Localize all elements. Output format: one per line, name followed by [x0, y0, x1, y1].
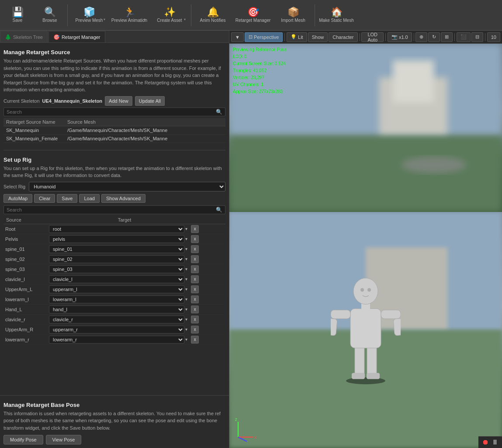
- remove-mapping-button[interactable]: x: [191, 326, 199, 333]
- modify-pose-button[interactable]: Modify Pose: [3, 435, 43, 445]
- axis-widget: x z: [234, 417, 260, 444]
- character-svg: [331, 245, 401, 385]
- record-button[interactable]: ⏺: [482, 438, 489, 446]
- target-select[interactable]: spine_01: [49, 245, 184, 253]
- pause-button[interactable]: ⏸: [492, 438, 499, 446]
- viewport-bottom[interactable]: x z ⏺ ⏸: [229, 212, 502, 448]
- remove-mapping-button[interactable]: x: [191, 306, 199, 313]
- tab-skeleton-tree[interactable]: 🌲 Skeleton Tree: [0, 31, 48, 42]
- target-select[interactable]: spine_03: [49, 265, 184, 273]
- vp-sep-6: [485, 33, 485, 41]
- show-advanced-button[interactable]: Show Advanced: [101, 194, 145, 203]
- preview-animation-button[interactable]: 🏃 Preview Animation: [110, 1, 149, 29]
- table-row[interactable]: SK_Mannequin/Game/Mannequin/Character/Me…: [3, 126, 225, 134]
- mapping-col-action: [217, 216, 225, 224]
- move-btn[interactable]: ⊕: [415, 32, 427, 42]
- svg-point-8: [346, 377, 385, 384]
- preview-mesh-button[interactable]: 🧊 Preview Mesh: [69, 1, 109, 29]
- target-cell: lowerarm_r ▾: [47, 334, 189, 344]
- dropdown-arrow: ▾: [185, 327, 187, 332]
- create-asset-button[interactable]: ✨ Create Asset: [150, 1, 189, 29]
- retarget-manager-icon: 🎯: [247, 7, 259, 17]
- clear-button[interactable]: Clear: [34, 194, 55, 203]
- svg-rect-11: [352, 373, 365, 379]
- save-button[interactable]: 💾 Save: [2, 1, 33, 29]
- remove-mapping-button[interactable]: x: [191, 285, 199, 293]
- target-select[interactable]: upperarm_l: [49, 285, 184, 293]
- target-select[interactable]: hand_l: [49, 306, 184, 313]
- remove-mapping-button[interactable]: x: [191, 235, 199, 243]
- target-cell: spine_01 ▾: [47, 244, 189, 254]
- tab-retarget-manager[interactable]: 🎯 Retarget Manager: [48, 31, 105, 42]
- svg-line-26: [238, 437, 247, 441]
- view-pose-button[interactable]: View Pose: [46, 435, 82, 445]
- target-select[interactable]: pelvis: [49, 235, 184, 243]
- automap-button[interactable]: AutoMap: [3, 194, 32, 203]
- mapping-search-input[interactable]: [7, 207, 216, 212]
- grid-btn[interactable]: 10: [487, 32, 500, 42]
- mapping-scroll-area[interactable]: Root root ▾ x Pelvis pelvis ▾: [3, 224, 225, 345]
- remove-mapping-button[interactable]: x: [191, 295, 199, 303]
- mapping-row: UpperArm_R upperarm_r ▾ x: [3, 324, 225, 334]
- remove-mapping-button[interactable]: x: [191, 275, 199, 283]
- import-mesh-button[interactable]: 📦 Import Mesh: [274, 1, 313, 29]
- remove-cell: x: [189, 294, 225, 304]
- table-row[interactable]: SK_Mannequin_Female/Game/Mannequin/Chara…: [3, 134, 225, 142]
- dropdown-arrow: ▾: [185, 247, 187, 251]
- zoom-btn[interactable]: 📷 x1.0: [388, 32, 412, 42]
- remove-mapping-button[interactable]: x: [191, 265, 199, 273]
- retarget-source-search-input[interactable]: [7, 109, 216, 115]
- target-select[interactable]: upperarm_r: [49, 326, 184, 333]
- character-btn[interactable]: Character: [329, 32, 357, 42]
- make-static-mesh-button[interactable]: 🏠 Make Static Mesh: [317, 1, 356, 29]
- retarget-source-title: Manage Retarget Source: [3, 49, 225, 56]
- show-btn[interactable]: Show: [308, 32, 328, 42]
- retarget-source-desc: You can add/rename/delete Retarget Sourc…: [3, 57, 225, 94]
- mapping-search-bar: 🔍: [3, 205, 225, 214]
- svg-rect-12: [367, 373, 380, 379]
- mapping-row: UpperArm_L upperarm_l ▾ x: [3, 284, 225, 294]
- viewport-top[interactable]: Previewing Reference Pose LOD: 0 Current…: [229, 44, 502, 212]
- anim-notifies-button[interactable]: 🔔 Anim Notifies: [193, 1, 232, 29]
- search-icon: 🔍: [216, 109, 222, 115]
- remove-mapping-button[interactable]: x: [191, 245, 199, 253]
- add-new-button[interactable]: Add New: [105, 96, 132, 106]
- surface-btn[interactable]: ⬛: [457, 32, 471, 42]
- target-select[interactable]: lowerarm_l: [49, 295, 184, 303]
- target-cell: root ▾: [47, 224, 189, 234]
- browse-button[interactable]: 🔍 Browse: [34, 1, 66, 29]
- remove-mapping-button[interactable]: x: [191, 255, 199, 263]
- lit-btn[interactable]: 💡 Lit: [287, 32, 307, 42]
- svg-rect-15: [331, 318, 337, 336]
- perspective-btn[interactable]: ⊡ Perspective: [245, 32, 283, 42]
- target-select[interactable]: root: [49, 225, 184, 233]
- rig-save-button[interactable]: Save: [57, 194, 77, 203]
- remove-cell: x: [189, 304, 225, 314]
- load-button[interactable]: Load: [79, 194, 99, 203]
- update-all-button[interactable]: Update All: [135, 96, 165, 106]
- target-select[interactable]: lowerarm_r: [49, 336, 184, 344]
- remove-mapping-button[interactable]: x: [191, 316, 199, 323]
- remove-mapping-button[interactable]: x: [191, 225, 199, 233]
- camera-icon: 📷: [391, 34, 398, 40]
- source-cell: lowerarm_l: [3, 294, 47, 304]
- wireframe-btn[interactable]: ⊟: [471, 32, 483, 42]
- scale-btn[interactable]: ⊞: [441, 32, 453, 42]
- target-select[interactable]: clavicle_l: [49, 275, 184, 283]
- target-select[interactable]: spine_02: [49, 255, 184, 263]
- select-rig-dropdown[interactable]: Humanoid: [29, 182, 225, 191]
- target-select[interactable]: clavicle_r: [49, 316, 184, 323]
- remove-mapping-button[interactable]: x: [191, 336, 199, 344]
- dropdown-arrow: ▾: [185, 236, 187, 241]
- retarget-manager-button[interactable]: 🎯 Retarget Manager: [233, 1, 273, 29]
- mapping-row: spine_03 spine_03 ▾ x: [3, 264, 225, 274]
- mapping-row: Root root ▾ x: [3, 224, 225, 234]
- target-cell: pelvis ▾: [47, 234, 189, 244]
- retarget-base-section: Manage Retarget Base Pose This informati…: [0, 395, 229, 448]
- source-cell: UpperArm_L: [3, 284, 47, 294]
- source-cell: Hand_L: [3, 304, 47, 314]
- rotate-btn[interactable]: ↻: [428, 32, 440, 42]
- viewport-dropdown-btn[interactable]: ▼: [231, 32, 244, 42]
- dropdown-arrow: ▾: [185, 337, 187, 342]
- lod-btn[interactable]: LOD Auto: [361, 32, 384, 42]
